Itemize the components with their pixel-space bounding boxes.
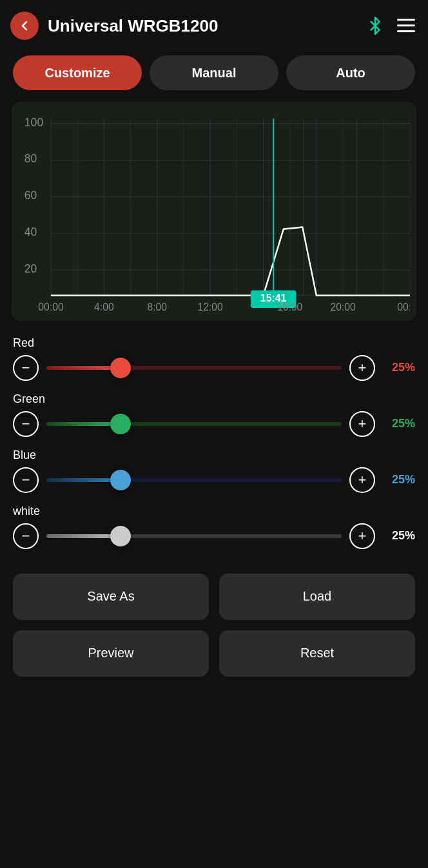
svg-text:20: 20 — [24, 262, 37, 275]
white-decrement-button[interactable]: − — [13, 523, 39, 549]
green-slider-row: − + 25% — [13, 411, 415, 437]
header-icons — [366, 17, 415, 35]
svg-rect-1 — [397, 24, 415, 26]
header-left: Universal WRGB1200 — [10, 12, 218, 40]
tab-auto[interactable]: Auto — [286, 55, 415, 90]
back-button[interactable] — [10, 12, 39, 40]
load-button[interactable]: Load — [219, 574, 415, 620]
blue-slider-row: − + 25% — [13, 467, 415, 493]
header: Universal WRGB1200 — [0, 0, 428, 49]
buttons-section: Save As Load Preview Reset — [0, 561, 428, 677]
blue-increment-button[interactable]: + — [349, 467, 375, 493]
blue-label: Blue — [13, 448, 415, 462]
white-label: white — [13, 505, 415, 518]
preview-button[interactable]: Preview — [13, 630, 209, 677]
svg-rect-0 — [397, 19, 415, 21]
chart-area: 100 80 60 40 20 — [18, 112, 410, 314]
bluetooth-button[interactable] — [366, 17, 384, 35]
svg-text:80: 80 — [24, 152, 37, 165]
white-slider-group: white − + 25% — [13, 505, 415, 549]
svg-text:40: 40 — [24, 226, 37, 238]
red-slider-wrapper[interactable] — [46, 355, 342, 381]
svg-text:00:00: 00:00 — [38, 302, 64, 313]
green-decrement-button[interactable]: − — [13, 411, 39, 437]
green-increment-button[interactable]: + — [349, 411, 375, 437]
red-value: 25% — [383, 361, 415, 374]
tab-customize[interactable]: Customize — [13, 55, 142, 90]
menu-button[interactable] — [397, 19, 415, 33]
page-title: Universal WRGB1200 — [48, 16, 218, 36]
blue-slider-group: Blue − + 25% — [13, 448, 415, 493]
green-slider-group: Green − + 25% — [13, 392, 415, 437]
white-value: 25% — [383, 529, 415, 543]
svg-text:12:00: 12:00 — [197, 302, 223, 313]
blue-slider-wrapper[interactable] — [46, 467, 342, 493]
green-slider-wrapper[interactable] — [46, 411, 342, 437]
green-value: 25% — [383, 417, 415, 430]
button-row-1: Save As Load — [13, 574, 415, 620]
white-slider-wrapper[interactable] — [46, 523, 342, 549]
blue-value: 25% — [383, 473, 415, 487]
svg-text:60: 60 — [24, 189, 37, 202]
button-row-2: Preview Reset — [13, 630, 415, 677]
blue-decrement-button[interactable]: − — [13, 467, 39, 493]
reset-button[interactable]: Reset — [219, 630, 415, 677]
green-label: Green — [13, 392, 415, 406]
svg-text:00:00: 00:00 — [397, 302, 410, 313]
white-increment-button[interactable]: + — [349, 523, 375, 549]
tab-manual[interactable]: Manual — [150, 55, 278, 90]
svg-text:16:00: 16:00 — [277, 302, 303, 313]
sliders-section: Red − + 25% Green − + 25% Blue − — [0, 336, 428, 549]
tab-bar: Customize Manual Auto — [0, 49, 428, 102]
chart-container: 100 80 60 40 20 — [12, 102, 416, 321]
red-slider-row: − + 25% — [13, 355, 415, 381]
red-slider-group: Red − + 25% — [13, 336, 415, 381]
svg-rect-2 — [397, 30, 415, 32]
red-increment-button[interactable]: + — [349, 355, 375, 381]
save-as-button[interactable]: Save As — [13, 574, 209, 620]
red-decrement-button[interactable]: − — [13, 355, 39, 381]
svg-text:100: 100 — [24, 116, 44, 129]
svg-text:8:00: 8:00 — [147, 302, 167, 313]
svg-text:20:00: 20:00 — [330, 302, 356, 313]
white-slider-row: − + 25% — [13, 523, 415, 549]
red-label: Red — [13, 336, 415, 350]
svg-text:4:00: 4:00 — [94, 302, 114, 313]
